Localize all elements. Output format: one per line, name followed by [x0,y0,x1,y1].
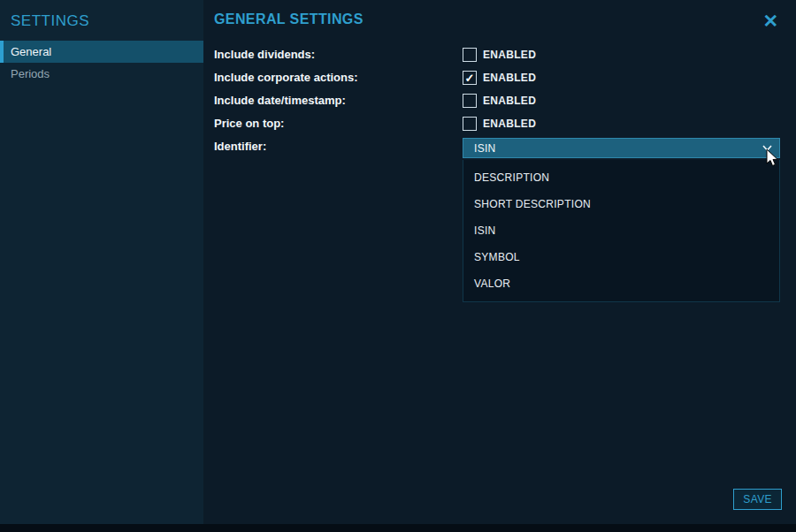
dropdown-option-isin[interactable]: ISIN [463,217,779,244]
row-include-corporate-actions: Include corporate actions: ✓ ENABLED [214,69,780,88]
field-label: Include corporate actions: [214,71,358,84]
field-label: Identifier: [214,140,266,153]
dropdown-option-short-description[interactable]: SHORT DESCRIPTION [463,191,779,217]
identifier-dropdown: DESCRIPTION SHORT DESCRIPTION ISIN SYMBO… [463,160,780,302]
identifier-select[interactable]: ISIN [463,138,780,158]
save-button[interactable]: SAVE [733,489,782,510]
sidebar-item-label: General [11,45,51,58]
close-button[interactable]: ✕ [762,11,778,30]
sidebar-item-label: Periods [11,67,50,80]
general-settings-panel: GENERAL SETTINGS ✕ Include dividends: EN… [203,0,796,524]
enabled-label: ENABLED [483,49,536,61]
save-button-label: SAVE [743,493,772,505]
enabled-label: ENABLED [483,118,536,130]
enabled-label: ENABLED [483,72,536,84]
sidebar-item-periods[interactable]: Periods [0,63,203,85]
chevron-down-icon [762,145,772,151]
include-dividends-checkbox[interactable] [463,48,477,62]
include-date-timestamp-checkbox[interactable] [463,94,477,108]
row-include-dividends: Include dividends: ENABLED [214,46,780,65]
page-title: GENERAL SETTINGS [214,11,364,27]
field-label: Price on top: [214,117,284,130]
dropdown-option-symbol[interactable]: SYMBOL [463,244,779,270]
sidebar-title: SETTINGS [0,0,203,41]
dropdown-option-valor[interactable]: VALOR [463,270,779,297]
row-include-date-timestamp: Include date/timestamp: ENABLED [214,92,780,111]
field-label: Include date/timestamp: [214,94,346,107]
price-on-top-checkbox[interactable] [463,117,477,131]
dropdown-option-description[interactable]: DESCRIPTION [463,164,779,191]
check-icon: ✓ [465,72,475,84]
row-price-on-top: Price on top: ENABLED [214,115,780,134]
bottom-divider [0,524,796,532]
close-icon: ✕ [762,11,778,31]
sidebar-item-general[interactable]: General [0,41,203,63]
settings-sidebar: SETTINGS General Periods [0,0,203,524]
identifier-selected-value: ISIN [474,142,496,155]
include-corporate-actions-checkbox[interactable]: ✓ [463,71,477,85]
enabled-label: ENABLED [483,95,536,107]
field-label: Include dividends: [214,48,315,61]
